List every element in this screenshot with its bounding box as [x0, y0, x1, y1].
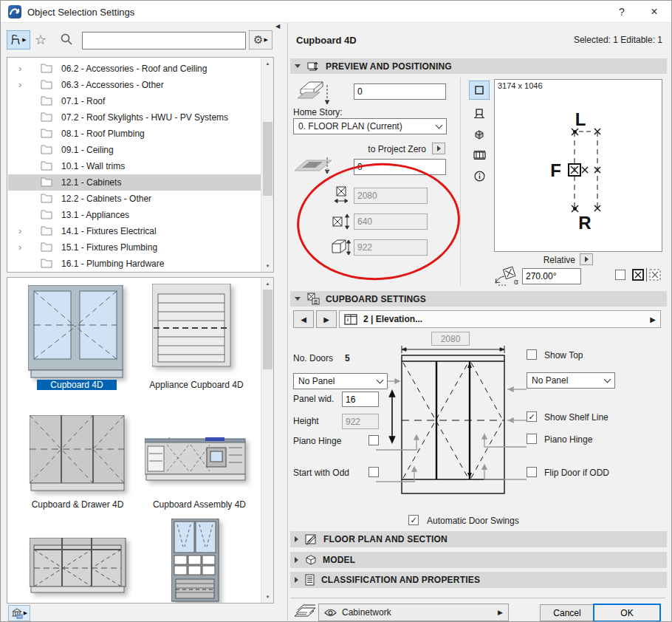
footer-divider: [290, 598, 665, 598]
no-doors-label: No. Doors: [293, 353, 333, 363]
layers-icon: [293, 604, 315, 620]
piano-hinge-right-checkbox[interactable]: [527, 434, 537, 444]
section-floor-plan[interactable]: FLOOR PLAN AND SECTION: [290, 531, 667, 547]
preview-positioning-icon: [306, 61, 320, 72]
section-cupboard-settings[interactable]: CUPBOARD SETTINGS: [290, 291, 667, 307]
folder-icon: [41, 226, 52, 238]
relative-flyout-button[interactable]: [580, 253, 593, 265]
preview-mode-3d-button[interactable]: [469, 125, 490, 144]
top-offset-icon: [295, 79, 336, 107]
show-shelf-line-checkbox[interactable]: ✓: [527, 411, 537, 422]
panel-divider: [287, 23, 288, 622]
preview-mode-movie-button[interactable]: [469, 146, 490, 165]
height-dimension-icon: [330, 237, 352, 258]
piano-hinge-right-label: Piano Hinge: [544, 434, 592, 445]
chevron-right-icon[interactable]: ›: [18, 79, 21, 90]
gallery-item-label[interactable]: Appliance Cupboard 4D: [145, 380, 248, 390]
object-type-button[interactable]: ▶: [7, 30, 30, 49]
search-input[interactable]: [82, 32, 246, 49]
scrollbar-thumb[interactable]: [263, 290, 272, 369]
partial-thumbnail[interactable]: [30, 538, 128, 604]
preview-mode-front-button[interactable]: [469, 104, 490, 123]
tab-more-arrow-icon[interactable]: ▶: [650, 315, 656, 324]
svg-text:R: R: [578, 213, 591, 233]
flyout-arrow-icon: ▶: [498, 609, 503, 616]
film-strip-icon: [473, 150, 486, 160]
tree-item[interactable]: 08.1 - Roof Plumbing: [8, 126, 261, 142]
tree-item[interactable]: 16.1 - Plumbing Hardware: [8, 256, 261, 272]
object-preview[interactable]: 3174 x 1046 L F R: [494, 79, 662, 252]
chevron-right-icon[interactable]: ›: [18, 225, 21, 236]
section-model[interactable]: MODEL: [290, 552, 667, 568]
auto-door-swings-checkbox[interactable]: ✓: [408, 515, 419, 525]
section-preview-positioning[interactable]: PREVIEW AND POSITIONING: [290, 58, 667, 74]
panel-width-field[interactable]: [342, 392, 379, 407]
search-icon[interactable]: [60, 33, 73, 48]
tree-item-label: 07.2 - Roof Skylights - HWU - PV Systems: [61, 112, 228, 123]
home-story-select[interactable]: 0. FLOOR PLAN (Current): [293, 118, 447, 134]
help-button[interactable]: ?: [611, 4, 633, 20]
rotation-angle-field[interactable]: [522, 268, 581, 284]
tree-item[interactable]: 13.1 - Appliances: [8, 207, 261, 223]
cancel-button[interactable]: Cancel: [540, 604, 594, 621]
library-manager-button[interactable]: ▶: [8, 605, 30, 621]
layer-select[interactable]: Cabinetwork ▶: [318, 604, 509, 621]
tree-item[interactable]: › 15.1 - Fixtures Plumbing: [8, 239, 261, 256]
mirror-checkbox[interactable]: [615, 270, 625, 280]
offset-top-field[interactable]: [354, 83, 446, 100]
panel-collapse-icon[interactable]: ◀: [275, 23, 280, 30]
chevron-right-icon[interactable]: ›: [18, 63, 21, 74]
left-panel-select[interactable]: No Panel: [293, 373, 388, 389]
gallery-scrollbar[interactable]: ▲ ▼: [261, 278, 273, 603]
scroll-down-icon[interactable]: ▼: [261, 591, 274, 603]
start-with-odd-label: Start with Odd: [293, 468, 349, 478]
scroll-up-icon[interactable]: ▲: [261, 58, 274, 69]
settings-page-tab[interactable]: 2 | Elevation... ▶: [339, 310, 661, 328]
favorites-star-icon[interactable]: ☆: [35, 32, 47, 48]
hotspot-solid-icon[interactable]: [631, 268, 645, 281]
tree-scrollbar[interactable]: ▲ ▼: [261, 58, 273, 272]
object-gallery: Cupboard 4D Appliance Cupboard 4D: [7, 277, 274, 604]
settings-menu-button[interactable]: ⚙ ▶: [249, 30, 272, 49]
tree-item[interactable]: 07.1 - Roof: [8, 93, 261, 109]
flip-door-label: Flip Door if ODD: [544, 468, 609, 478]
project-zero-flyout-button[interactable]: [432, 143, 445, 154]
preview-info-button[interactable]: [469, 166, 490, 185]
offset-bottom-field[interactable]: [354, 159, 446, 175]
piano-hinge-left-checkbox[interactable]: [368, 435, 379, 445]
tree-item[interactable]: 12.2 - Cabinets - Other: [8, 191, 261, 207]
window-title: Object Selection Settings: [27, 7, 134, 18]
start-with-odd-checkbox[interactable]: [368, 467, 379, 477]
right-panel-select[interactable]: No Panel: [527, 372, 615, 389]
close-button[interactable]: ×: [643, 4, 665, 20]
scroll-up-icon[interactable]: ▲: [261, 278, 274, 290]
ok-button[interactable]: OK: [593, 604, 661, 622]
tree-item-label: 12.2 - Cabinets - Other: [61, 194, 151, 204]
tree-item[interactable]: › 06.3 - Accessories - Other: [8, 77, 261, 93]
tree-item-selected[interactable]: 12.1 - Cabinets: [8, 174, 261, 191]
tree-item[interactable]: › 06.2 - Accessories - Roof and Ceiling: [8, 61, 261, 77]
flip-door-checkbox[interactable]: [527, 467, 537, 477]
relative-label: Relative: [518, 255, 575, 265]
partial-thumbnail[interactable]: [171, 519, 223, 604]
scrollbar-thumb[interactable]: [263, 122, 272, 196]
gallery-item-label[interactable]: Cupboard 4D: [37, 380, 117, 390]
preview-mode-2d-button[interactable]: [469, 81, 490, 100]
chevron-right-icon[interactable]: ›: [18, 242, 21, 253]
gallery-item-label[interactable]: Cupboard & Drawer 4D: [22, 499, 133, 510]
folder-icon: [41, 242, 52, 254]
next-page-button[interactable]: ▶: [316, 310, 337, 328]
tree-item[interactable]: 09.1 - Ceiling: [8, 142, 261, 158]
tree-item[interactable]: › 14.1 - Fixtures Electrical: [8, 223, 261, 239]
prev-page-button[interactable]: ◀: [293, 310, 314, 328]
svg-text:L: L: [575, 109, 586, 129]
gallery-item-label[interactable]: Cupboard Assembly 4D: [148, 499, 251, 510]
show-top-checkbox[interactable]: [527, 349, 537, 360]
scroll-down-icon[interactable]: ▼: [261, 260, 274, 272]
tree-item[interactable]: 07.2 - Roof Skylights - HWU - PV Systems: [8, 109, 261, 126]
section-classification[interactable]: CLASSIFICATION AND PROPERTIES: [290, 572, 667, 588]
hotspot-dashed-icon[interactable]: [648, 268, 662, 281]
chair-icon: [10, 34, 21, 46]
folder-icon: [41, 161, 52, 173]
tree-item[interactable]: 10.1 - Wall trims: [8, 158, 261, 174]
